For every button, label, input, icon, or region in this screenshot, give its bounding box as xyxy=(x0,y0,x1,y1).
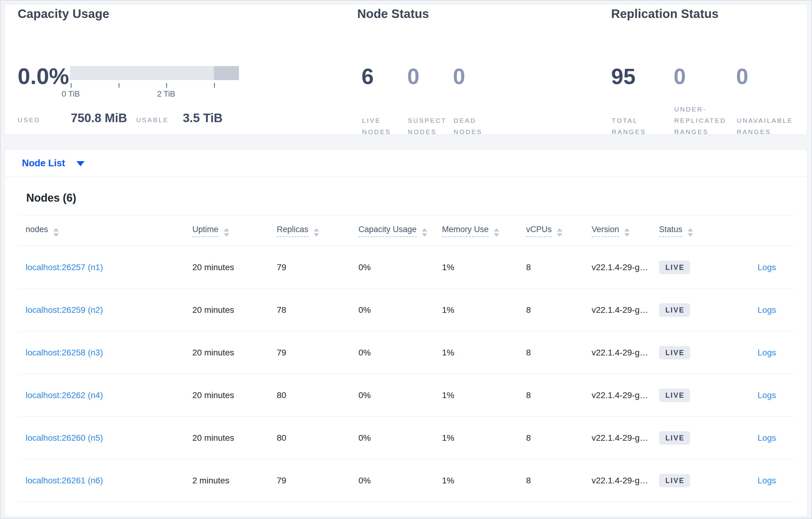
sort-arrows-icon xyxy=(314,228,319,237)
logs-link[interactable]: Logs xyxy=(757,476,776,485)
status-badge: LIVE xyxy=(659,431,690,445)
node-address-cell: localhost:26260 (n5) xyxy=(19,417,192,459)
uptime-cell: 20 minutes xyxy=(192,374,277,417)
column-header-label: Status xyxy=(659,225,683,237)
memory-use-cell: 1% xyxy=(442,374,526,417)
column-header-capacity-usage[interactable]: Capacity Usage xyxy=(358,216,442,246)
capacity-usage-title: Capacity Usage xyxy=(18,7,110,21)
status-badge: LIVE xyxy=(659,303,690,317)
column-header-version[interactable]: Version xyxy=(591,216,659,246)
column-header-label: Capacity Usage xyxy=(358,225,417,237)
memory-use-cell: 1% xyxy=(442,289,526,331)
column-header-vcpus[interactable]: vCPUs xyxy=(526,216,591,246)
vcpus-cell: 8 xyxy=(526,246,591,289)
summary-stat-value: 0 xyxy=(736,65,799,88)
node-list-panel: Node List Nodes (6) nodesUptimeReplicasC… xyxy=(5,149,807,517)
capacity-bar-tick-labels: 0 TiB2 TiB xyxy=(70,89,239,100)
node-list-dropdown[interactable]: Node List xyxy=(5,150,807,177)
node-address-link[interactable]: localhost:26260 (n5) xyxy=(26,433,103,442)
replicas-cell: 80 xyxy=(277,374,358,417)
node-address-link[interactable]: localhost:26257 (n1) xyxy=(26,263,103,272)
summary-stat: 0UNDER-REPLICATEDRANGES xyxy=(674,65,736,138)
status-badge: LIVE xyxy=(659,261,690,274)
node-address-link[interactable]: localhost:26258 (n3) xyxy=(26,348,103,357)
logs-link[interactable]: Logs xyxy=(757,263,776,272)
node-address-cell: localhost:26257 (n1) xyxy=(19,246,192,289)
logs-cell: Logs xyxy=(724,246,794,289)
sort-arrows-icon xyxy=(557,228,562,237)
logs-link[interactable]: Logs xyxy=(757,391,776,400)
status-cell: LIVE xyxy=(659,331,724,374)
capacity-usage-cell: 0% xyxy=(358,417,442,459)
logs-link[interactable]: Logs xyxy=(757,433,776,442)
summary-stat-label: LIVENODES xyxy=(362,115,391,138)
capacity-usage-cell: 0% xyxy=(358,331,442,374)
logs-link[interactable]: Logs xyxy=(757,305,776,315)
capacity-usage-cell: 0% xyxy=(358,459,442,502)
column-header-label: nodes xyxy=(26,225,48,236)
status-badge: LIVE xyxy=(659,346,690,359)
vcpus-cell: 8 xyxy=(526,331,591,374)
sort-arrows-icon xyxy=(624,228,630,237)
capacity-bar: 0 TiB2 TiB xyxy=(70,66,239,100)
capacity-axis-tick xyxy=(214,83,215,88)
version-cell: v22.1.4-29-g… xyxy=(591,374,659,417)
memory-use-cell: 1% xyxy=(442,459,526,502)
summary-stat: 95TOTALRANGES xyxy=(611,65,674,138)
replicas-cell: 79 xyxy=(277,331,358,374)
uptime-cell: 20 minutes xyxy=(192,246,277,289)
memory-use-cell: 1% xyxy=(442,246,526,289)
version-cell: v22.1.4-29-g… xyxy=(591,417,659,459)
logs-cell: Logs xyxy=(724,417,794,459)
node-status-title: Node Status xyxy=(357,7,429,21)
column-header-nodes[interactable]: nodes xyxy=(19,216,192,246)
table-row: localhost:26257 (n1)20 minutes790%1%8v22… xyxy=(19,246,794,289)
summary-stat-label: UNDER-REPLICATEDRANGES xyxy=(674,103,726,138)
status-cell: LIVE xyxy=(659,289,724,331)
status-cell: LIVE xyxy=(659,459,724,502)
column-header-memory-use[interactable]: Memory Use xyxy=(442,216,526,246)
nodes-table-header-row: nodesUptimeReplicasCapacity UsageMemory … xyxy=(19,216,794,246)
column-header-uptime[interactable]: Uptime xyxy=(192,216,277,246)
capacity-axis-tick xyxy=(166,83,167,88)
node-address-cell: localhost:26261 (n6) xyxy=(19,459,192,502)
nodes-table-title: Nodes (6) xyxy=(26,191,794,204)
column-header-status[interactable]: Status xyxy=(659,216,724,246)
summary-stat-value: 95 xyxy=(611,65,674,88)
node-address-cell: localhost:26262 (n4) xyxy=(19,374,192,417)
usable-label: USABLE xyxy=(136,116,169,124)
capacity-usage-cell: 0% xyxy=(358,374,442,417)
sort-arrows-icon xyxy=(688,228,693,237)
capacity-usage-cell: 0% xyxy=(358,246,442,289)
replicas-cell: 79 xyxy=(277,246,358,289)
usable-value: 3.5 TiB xyxy=(183,111,223,125)
replicas-cell: 79 xyxy=(277,459,358,502)
summary-stat-label: TOTALRANGES xyxy=(612,115,646,138)
logs-link[interactable]: Logs xyxy=(757,348,776,357)
table-row: localhost:26258 (n3)20 minutes790%1%8v22… xyxy=(19,331,794,374)
vcpus-cell: 8 xyxy=(526,459,591,502)
column-header-label: Memory Use xyxy=(442,225,489,237)
column-header-label: vCPUs xyxy=(526,225,552,237)
table-row: localhost:26260 (n5)20 minutes800%1%8v22… xyxy=(19,417,794,459)
column-header-label: Version xyxy=(591,225,619,237)
status-cell: LIVE xyxy=(659,417,724,459)
uptime-cell: 20 minutes xyxy=(192,417,277,459)
node-status-section: Node Status 6LIVENODES0SUSPECTNODES0DEAD… xyxy=(357,19,571,134)
replicas-cell: 80 xyxy=(277,417,358,459)
replication-status-section: Replication Status 95TOTALRANGES0UNDER-R… xyxy=(611,19,812,134)
node-address-link[interactable]: localhost:26262 (n4) xyxy=(26,391,103,400)
table-row: localhost:26261 (n6)2 minutes790%1%8v22.… xyxy=(19,459,794,502)
node-address-link[interactable]: localhost:26259 (n2) xyxy=(26,305,103,315)
memory-use-cell: 1% xyxy=(442,331,526,374)
version-cell: v22.1.4-29-g… xyxy=(591,289,659,331)
vcpus-cell: 8 xyxy=(526,289,591,331)
logs-cell: Logs xyxy=(724,331,794,374)
sort-arrows-icon xyxy=(53,228,59,237)
logs-cell: Logs xyxy=(724,374,794,417)
node-address-link[interactable]: localhost:26261 (n6) xyxy=(26,476,103,485)
column-header-replicas[interactable]: Replicas xyxy=(277,216,358,246)
summary-stat-value: 6 xyxy=(361,65,407,88)
replicas-cell: 78 xyxy=(277,289,358,331)
version-cell: v22.1.4-29-g… xyxy=(591,331,659,374)
